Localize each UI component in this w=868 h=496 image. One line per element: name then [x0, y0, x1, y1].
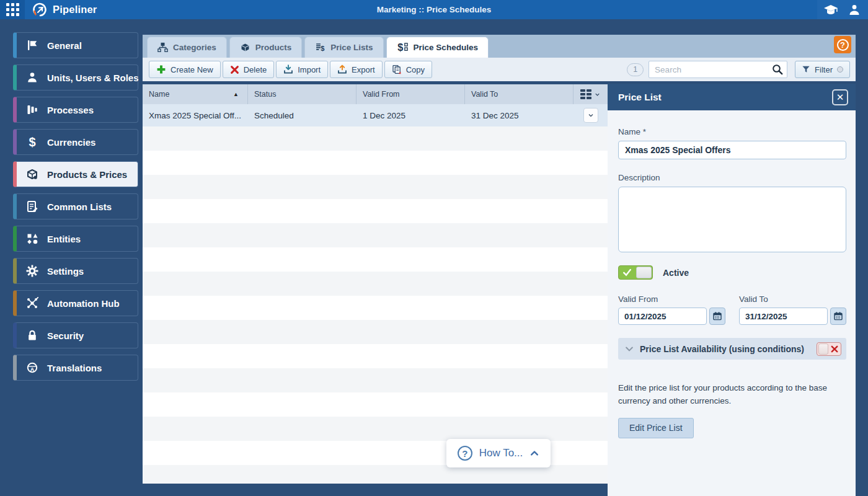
column-header-valid-to[interactable]: Valid To — [465, 84, 574, 104]
how-to-label: How To... — [479, 447, 523, 459]
question-icon: ? — [458, 446, 472, 461]
close-button[interactable]: ✕ — [832, 89, 848, 105]
app-switcher-button[interactable] — [0, 0, 25, 19]
create-new-button[interactable]: Create New — [149, 61, 221, 78]
search-box — [649, 61, 787, 78]
button-label: Export — [352, 65, 375, 74]
valid-from-calendar-button[interactable] — [709, 308, 725, 325]
panel-title: Price List — [618, 92, 662, 103]
delete-x-icon — [230, 65, 239, 74]
availability-section-header[interactable]: Price List Availability (using condition… — [618, 338, 846, 360]
sidebar-item-security[interactable]: Security — [13, 322, 138, 348]
sidebar-item-label: General — [47, 40, 82, 51]
column-label: Status — [254, 90, 276, 99]
graduation-cap-icon — [823, 4, 838, 16]
name-field[interactable] — [618, 141, 846, 159]
how-to-button[interactable]: ? How To... — [446, 439, 551, 467]
cell-valid-to: 31 Dec 2025 — [465, 111, 574, 120]
tab-label: Categories — [173, 43, 216, 52]
column-header-name[interactable]: Name ▲ — [143, 84, 248, 104]
calendar-icon — [833, 311, 843, 321]
sidebar-item-label: Units, Users & Roles — [47, 73, 139, 83]
export-button[interactable]: Export — [330, 61, 383, 78]
tab-products[interactable]: Products — [229, 37, 303, 58]
sidebar-item-settings[interactable]: Settings — [13, 258, 138, 284]
valid-from-label: Valid From — [618, 294, 725, 304]
valid-to-label: Valid To — [739, 294, 846, 304]
processes-icon — [25, 103, 39, 117]
sidebar-item-automation-hub[interactable]: Automation Hub — [13, 290, 138, 316]
toolbar-right-group: 1 Filter — [627, 61, 850, 78]
sidebar-item-products-prices[interactable]: Products & Prices — [13, 161, 138, 187]
description-label: Description — [618, 173, 845, 182]
column-label: Valid To — [471, 90, 498, 99]
sidebar-item-label: Security — [47, 330, 84, 341]
top-bar: Pipeliner Marketing :: Price Schedules — [0, 0, 868, 19]
delete-button[interactable]: Delete — [223, 61, 275, 78]
sidebar-item-common-lists[interactable]: Common Lists — [13, 193, 138, 219]
button-label: Create New — [170, 65, 213, 74]
column-header-valid-from[interactable]: Valid From — [356, 84, 465, 104]
active-label: Active — [663, 268, 689, 278]
valid-dates-row: Valid From Valid To — [618, 294, 845, 325]
row-actions-dropdown[interactable] — [583, 108, 598, 123]
valid-to-field[interactable] — [739, 308, 828, 325]
sidebar-item-label: Entities — [47, 234, 81, 244]
description-field[interactable] — [618, 187, 846, 252]
button-label: Copy — [406, 65, 425, 74]
help-button[interactable]: ? — [834, 36, 851, 53]
copy-button[interactable]: Copy — [384, 61, 432, 78]
column-chooser[interactable] — [574, 84, 608, 104]
sidebar-item-translations[interactable]: A Translations — [13, 355, 138, 381]
active-toggle[interactable] — [618, 265, 653, 280]
plus-icon — [156, 64, 166, 74]
column-header-status[interactable]: Status — [248, 84, 356, 104]
topbar-actions — [817, 0, 868, 19]
record-count-badge: 1 — [627, 63, 644, 76]
brand-logo: Pipeliner — [32, 2, 97, 18]
content-area: Categories Products $ Price Lists $ Pric… — [143, 19, 868, 496]
sidebar-item-label: Settings — [47, 266, 84, 277]
button-label: Import — [298, 65, 321, 74]
sidebar-item-units-users-roles[interactable]: Units, Users & Roles — [13, 64, 138, 91]
tab-price-lists[interactable]: $ Price Lists — [304, 37, 383, 58]
search-input[interactable] — [649, 61, 787, 78]
admin-sidebar: General Units, Users & Roles Processes $… — [0, 19, 143, 496]
sidebar-item-label: Automation Hub — [47, 298, 120, 309]
table-row[interactable]: Xmas 2025 Special Off... Scheduled 1 Dec… — [143, 104, 608, 126]
availability-toggle[interactable] — [817, 342, 841, 356]
tab-categories[interactable]: Categories — [147, 37, 227, 58]
sidebar-item-label: Common Lists — [47, 202, 112, 212]
sidebar-item-currencies[interactable]: $ Currencies — [13, 129, 138, 155]
page-title: Marketing :: Price Schedules — [0, 5, 868, 14]
cell-valid-from: 1 Dec 2025 — [356, 111, 465, 120]
tab-label: Price Lists — [330, 43, 373, 52]
svg-text:$: $ — [321, 45, 325, 52]
price-list-panel: Price List ✕ Name * Description Active — [608, 84, 856, 496]
edit-price-list-button[interactable]: Edit Price List — [618, 418, 694, 438]
price-schedules-table: Name ▲ Status Valid From Valid To Xmas 2… — [143, 84, 608, 484]
tab-price-schedules[interactable]: $ Price Schedules — [386, 37, 489, 58]
sidebar-item-general[interactable]: General — [13, 32, 138, 58]
import-button[interactable]: Import — [276, 61, 328, 78]
search-icon[interactable] — [771, 63, 784, 76]
chevron-up-icon — [529, 448, 539, 458]
question-icon: ? — [837, 39, 849, 51]
chevron-down-icon — [587, 112, 595, 119]
users-icon — [25, 71, 39, 84]
filter-button[interactable]: Filter — [795, 61, 850, 78]
pipeliner-logo-icon — [32, 2, 48, 18]
button-label: Filter — [815, 65, 833, 74]
sidebar-item-entities[interactable]: Entities — [13, 226, 138, 252]
profile-button[interactable] — [845, 2, 864, 18]
edit-hint-text: Edit the price list for your products ac… — [618, 382, 843, 408]
sidebar-item-label: Products & Prices — [47, 169, 127, 180]
lock-icon — [25, 329, 39, 342]
valid-from-field[interactable] — [618, 308, 707, 325]
active-toggle-row: Active — [618, 265, 845, 280]
valid-to-calendar-button[interactable] — [830, 308, 846, 325]
calendar-icon — [712, 311, 722, 321]
learning-button[interactable] — [822, 2, 840, 18]
toggle-knob — [636, 267, 652, 278]
sidebar-item-processes[interactable]: Processes — [13, 97, 138, 123]
